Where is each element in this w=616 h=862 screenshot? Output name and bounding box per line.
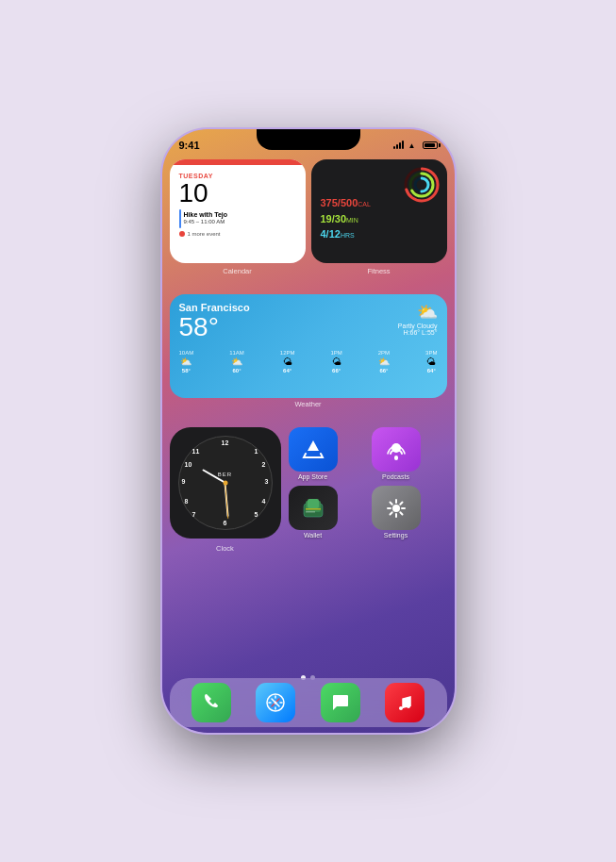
svg-rect-7 [394, 456, 398, 460]
calendar-event-dot [179, 209, 181, 228]
weather-cloud-icon: ⛅ [398, 302, 438, 323]
weather-right: ⛅ Partly Cloudy H:66° L:55° [398, 302, 438, 336]
appstore-label: App Store [298, 473, 327, 480]
fitness-hours: 4/12HRS [321, 226, 438, 242]
status-icons: ▲ [393, 141, 438, 150]
apps-grid: App Store Podcasts [287, 427, 447, 539]
calendar-more-text: 1 more event [188, 231, 221, 237]
weather-forecast: 10AM ⛅ 58° 11AM ⛅ 60° 12PM 🌤 64° [179, 346, 438, 373]
forecast-2pm: 2PM ⛅ 66° [378, 350, 390, 373]
phone-frame: 9:41 ▲ TUESDAY 10 [162, 129, 455, 733]
fitness-widget[interactable]: 375/500CAL 19/30MIN 4/12HRS [311, 159, 447, 263]
weather-condition: Partly Cloudy [398, 323, 438, 329]
forecast-3pm: 3PM 🌤 64° [425, 350, 437, 373]
clock-num-8: 8 [185, 498, 189, 505]
clock-num-7: 7 [192, 511, 196, 518]
weather-hl: H:66° L:55° [398, 329, 438, 336]
wallet-label: Wallet [304, 532, 322, 539]
clock-num-12: 12 [222, 439, 229, 446]
svg-point-14 [392, 505, 400, 512]
clock-num-5: 5 [255, 511, 258, 518]
clock-label: Clock [170, 544, 281, 553]
app-podcasts[interactable]: Podcasts [370, 427, 423, 480]
signal-icon [393, 141, 404, 149]
clock-num-10: 10 [185, 461, 192, 468]
widget-row-3: 12 1 2 3 4 5 6 7 8 9 10 11 BER [170, 427, 447, 539]
settings-label: Settings [384, 532, 408, 539]
app-wallet[interactable]: Wallet [287, 486, 340, 539]
calendar-date: 10 [179, 180, 296, 207]
app-settings[interactable]: Settings [370, 486, 423, 539]
svg-point-16 [275, 702, 277, 705]
dock-phone[interactable] [191, 683, 231, 722]
clock-num-2: 2 [262, 461, 266, 468]
clock-face: 12 1 2 3 4 5 6 7 8 9 10 11 BER [178, 436, 273, 530]
clock-center-dot [223, 481, 227, 486]
clock-num-4: 4 [262, 498, 266, 505]
podcasts-label: Podcasts [382, 473, 409, 480]
widget-row-1: TUESDAY 10 Hike with Tejo 9:45 – 11:00 A… [170, 159, 447, 263]
dock-music[interactable] [385, 683, 425, 722]
widget-labels-row-3: Clock [170, 542, 447, 553]
forecast-1pm: 1PM 🌤 66° [330, 350, 341, 373]
svg-rect-13 [306, 511, 315, 513]
widgets-area: TUESDAY 10 Hike with Tejo 9:45 – 11:00 A… [170, 156, 447, 669]
clock-num-1: 1 [255, 448, 258, 455]
app-appstore[interactable]: App Store [287, 427, 340, 480]
widget-labels-row-1: Calendar Fitness [170, 267, 447, 275]
fitness-rings [404, 167, 440, 203]
clock-num-9: 9 [182, 478, 186, 485]
forecast-10am: 10AM ⛅ 58° [179, 350, 194, 373]
calendar-widget[interactable]: TUESDAY 10 Hike with Tejo 9:45 – 11:00 A… [170, 159, 306, 263]
svg-rect-11 [308, 499, 319, 508]
second-hand [225, 483, 228, 519]
weather-label: Weather [170, 400, 447, 408]
weather-widget[interactable]: San Francisco 58° ⛅ Partly Cloudy H:66° … [170, 294, 447, 398]
forecast-12pm: 12PM 🌤 64° [280, 350, 295, 373]
clock-city-label: BER [218, 472, 232, 477]
dock-messages[interactable] [321, 683, 360, 722]
dock [170, 678, 447, 727]
forecast-11am: 11AM ⛅ 60° [229, 350, 244, 373]
notch [257, 129, 360, 150]
status-time: 9:41 [179, 140, 200, 151]
calendar-event-title: Hike with Tejo [184, 211, 228, 218]
fitness-minutes: 19/30MIN [321, 211, 438, 227]
battery-icon [423, 141, 438, 149]
svg-rect-12 [306, 508, 321, 510]
dock-safari[interactable] [256, 683, 295, 722]
clock-num-6: 6 [224, 520, 227, 526]
wifi-icon: ▲ [408, 141, 416, 150]
calendar-event-time: 9:45 – 11:00 AM [184, 218, 228, 225]
clock-num-11: 11 [192, 448, 200, 455]
clock-widget[interactable]: 12 1 2 3 4 5 6 7 8 9 10 11 BER [170, 427, 281, 539]
fitness-label: Fitness [311, 267, 447, 275]
clock-num-3: 3 [265, 478, 269, 485]
calendar-label: Calendar [170, 267, 306, 275]
phone-screen: 9:41 ▲ TUESDAY 10 [162, 129, 455, 733]
calendar-more-dot [179, 231, 185, 237]
